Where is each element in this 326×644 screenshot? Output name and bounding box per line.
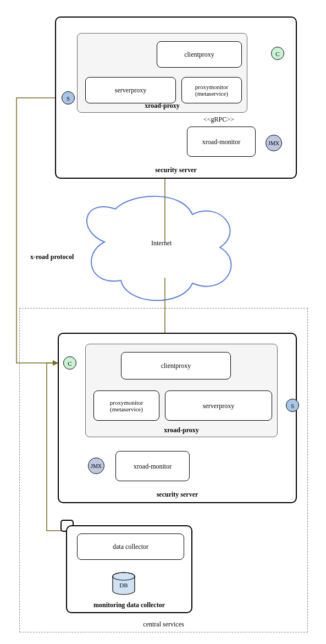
top-port-c: C [271, 47, 284, 60]
internet-label: Internet [151, 239, 172, 247]
bottom-clientproxy: clientproxy [121, 352, 231, 379]
protocol-label: x-road protocol [30, 253, 74, 261]
bottom-serverproxy-label: serverproxy [165, 401, 272, 410]
central-services-title: central services [20, 620, 307, 629]
bottom-port-c: C [63, 356, 76, 370]
bottom-port-jmx: JMX [88, 458, 104, 474]
diagram-canvas: security server xroad-proxy clientproxy … [0, 0, 326, 644]
monitoring-data-collector-title: monitoring data collector [67, 601, 191, 609]
data-collector: data collector [77, 533, 184, 560]
data-collector-label: data collector [78, 543, 184, 551]
bottom-security-server-title: security server [59, 491, 296, 499]
bottom-xroad-proxy-title: xroad-proxy [86, 426, 277, 434]
db-label: DB [113, 582, 135, 588]
top-clientproxy: clientproxy [157, 41, 242, 68]
bottom-xroad-monitor: xroad-monitor [115, 451, 190, 481]
bottom-serverproxy: serverproxy [165, 390, 272, 421]
bottom-proxymonitor: proxymonitor (metaservice) [93, 390, 159, 421]
top-xroad-monitor-label: xroad-monitor [187, 137, 255, 146]
top-security-server-title: security server [56, 166, 296, 174]
top-serverproxy-label: serverproxy [86, 86, 175, 95]
top-xroad-monitor: xroad-monitor [187, 126, 256, 157]
bottom-proxymonitor-label: proxymonitor (metaservice) [94, 399, 159, 412]
top-port-jmx: JMX [266, 135, 282, 151]
bottom-clientproxy-label: clientproxy [121, 362, 230, 370]
top-serverproxy: serverproxy [85, 77, 176, 103]
top-clientproxy-label: clientproxy [157, 51, 241, 59]
grpc-label: <<gRPC>> [203, 115, 234, 124]
bottom-xroad-monitor-label: xroad-monitor [116, 462, 189, 470]
bottom-port-s: S [286, 399, 299, 412]
top-port-s: S [62, 91, 75, 104]
top-proxymonitor: proxymonitor (metaservice) [181, 77, 242, 103]
top-proxymonitor-label: proxymonitor (metaservice) [182, 84, 241, 97]
